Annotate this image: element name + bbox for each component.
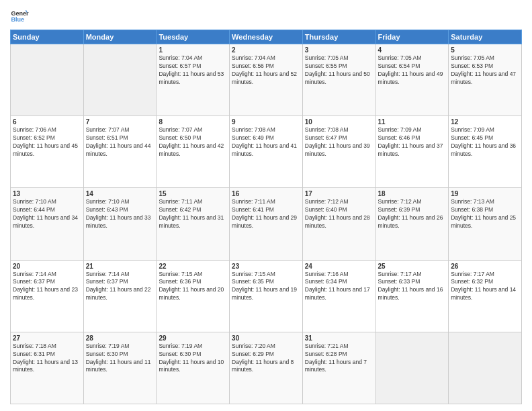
calendar-cell: 20Sunrise: 7:14 AMSunset: 6:37 PMDayligh… — [11, 260, 84, 332]
day-info: Sunrise: 7:05 AMSunset: 6:53 PMDaylight:… — [451, 54, 519, 87]
calendar-cell: 11Sunrise: 7:09 AMSunset: 6:46 PMDayligh… — [375, 116, 449, 188]
day-info: Sunrise: 7:08 AMSunset: 6:49 PMDaylight:… — [232, 126, 300, 158]
calendar-week-row: 13Sunrise: 7:10 AMSunset: 6:44 PMDayligh… — [11, 188, 522, 260]
svg-text:Blue: Blue — [11, 16, 24, 23]
calendar-cell: 12Sunrise: 7:09 AMSunset: 6:45 PMDayligh… — [449, 116, 522, 188]
day-info: Sunrise: 7:19 AMSunset: 6:30 PMDaylight:… — [159, 342, 227, 375]
weekday-header: Friday — [375, 30, 449, 44]
calendar-header-row: SundayMondayTuesdayWednesdayThursdayFrid… — [11, 30, 522, 44]
day-number: 12 — [451, 118, 519, 126]
day-info: Sunrise: 7:19 AMSunset: 6:30 PMDaylight:… — [86, 342, 154, 375]
calendar-week-row: 6Sunrise: 7:06 AMSunset: 6:52 PMDaylight… — [11, 116, 522, 188]
day-number: 22 — [159, 263, 227, 270]
calendar-table: SundayMondayTuesdayWednesdayThursdayFrid… — [10, 30, 522, 404]
day-number: 17 — [305, 190, 373, 197]
logo-icon: General Blue — [10, 7, 29, 26]
day-info: Sunrise: 7:18 AMSunset: 6:31 PMDaylight:… — [13, 342, 81, 375]
day-info: Sunrise: 7:16 AMSunset: 6:34 PMDaylight:… — [305, 271, 373, 303]
day-number: 19 — [451, 190, 519, 197]
day-info: Sunrise: 7:05 AMSunset: 6:55 PMDaylight:… — [305, 54, 373, 87]
day-number: 26 — [451, 263, 519, 270]
day-number: 28 — [86, 334, 154, 342]
calendar-cell: 17Sunrise: 7:12 AMSunset: 6:40 PMDayligh… — [302, 188, 375, 260]
day-info: Sunrise: 7:20 AMSunset: 6:29 PMDaylight:… — [232, 342, 300, 375]
weekday-header: Tuesday — [157, 30, 230, 44]
page: General Blue SundayMondayTuesdayWednesda… — [0, 0, 532, 411]
day-number: 13 — [13, 190, 81, 197]
day-number: 6 — [13, 118, 81, 126]
day-info: Sunrise: 7:17 AMSunset: 6:33 PMDaylight:… — [378, 271, 447, 303]
calendar-week-row: 27Sunrise: 7:18 AMSunset: 6:31 PMDayligh… — [11, 332, 522, 404]
calendar-cell: 31Sunrise: 7:21 AMSunset: 6:28 PMDayligh… — [302, 332, 375, 404]
calendar-cell: 1Sunrise: 7:04 AMSunset: 6:57 PMDaylight… — [157, 44, 230, 116]
weekday-header: Saturday — [449, 30, 522, 44]
day-number: 20 — [13, 263, 81, 270]
calendar-week-row: 20Sunrise: 7:14 AMSunset: 6:37 PMDayligh… — [11, 260, 522, 332]
calendar-cell — [375, 332, 449, 404]
calendar-cell: 30Sunrise: 7:20 AMSunset: 6:29 PMDayligh… — [230, 332, 303, 404]
day-info: Sunrise: 7:07 AMSunset: 6:50 PMDaylight:… — [159, 126, 227, 158]
day-info: Sunrise: 7:05 AMSunset: 6:54 PMDaylight:… — [378, 54, 447, 87]
day-info: Sunrise: 7:14 AMSunset: 6:37 PMDaylight:… — [86, 271, 154, 303]
calendar-cell: 18Sunrise: 7:12 AMSunset: 6:39 PMDayligh… — [375, 188, 449, 260]
day-number: 10 — [305, 118, 373, 126]
weekday-header: Wednesday — [230, 30, 303, 44]
calendar-cell: 8Sunrise: 7:07 AMSunset: 6:50 PMDaylight… — [157, 116, 230, 188]
header: General Blue — [10, 7, 522, 26]
day-number: 4 — [378, 46, 447, 54]
calendar-cell: 5Sunrise: 7:05 AMSunset: 6:53 PMDaylight… — [449, 44, 522, 116]
day-number: 8 — [159, 118, 227, 126]
calendar-cell: 21Sunrise: 7:14 AMSunset: 6:37 PMDayligh… — [83, 260, 157, 332]
day-info: Sunrise: 7:08 AMSunset: 6:47 PMDaylight:… — [305, 126, 373, 158]
day-info: Sunrise: 7:14 AMSunset: 6:37 PMDaylight:… — [13, 271, 81, 303]
calendar-cell: 28Sunrise: 7:19 AMSunset: 6:30 PMDayligh… — [83, 332, 157, 404]
day-info: Sunrise: 7:09 AMSunset: 6:46 PMDaylight:… — [378, 126, 447, 158]
day-number: 2 — [232, 46, 300, 54]
calendar-cell: 29Sunrise: 7:19 AMSunset: 6:30 PMDayligh… — [157, 332, 230, 404]
calendar-cell: 24Sunrise: 7:16 AMSunset: 6:34 PMDayligh… — [302, 260, 375, 332]
day-number: 21 — [86, 263, 154, 270]
day-info: Sunrise: 7:04 AMSunset: 6:57 PMDaylight:… — [159, 54, 227, 87]
calendar-cell: 15Sunrise: 7:11 AMSunset: 6:42 PMDayligh… — [157, 188, 230, 260]
day-number: 14 — [86, 190, 154, 197]
calendar-week-row: 1Sunrise: 7:04 AMSunset: 6:57 PMDaylight… — [11, 44, 522, 116]
day-info: Sunrise: 7:10 AMSunset: 6:44 PMDaylight:… — [13, 198, 81, 230]
weekday-header: Sunday — [11, 30, 84, 44]
day-number: 30 — [232, 334, 300, 342]
day-info: Sunrise: 7:21 AMSunset: 6:28 PMDaylight:… — [305, 342, 373, 375]
day-number: 16 — [232, 190, 300, 197]
calendar-cell: 9Sunrise: 7:08 AMSunset: 6:49 PMDaylight… — [230, 116, 303, 188]
day-number: 11 — [378, 118, 447, 126]
day-info: Sunrise: 7:15 AMSunset: 6:35 PMDaylight:… — [232, 271, 300, 303]
day-number: 27 — [13, 334, 81, 342]
calendar-cell: 4Sunrise: 7:05 AMSunset: 6:54 PMDaylight… — [375, 44, 449, 116]
calendar-cell: 7Sunrise: 7:07 AMSunset: 6:51 PMDaylight… — [83, 116, 157, 188]
day-info: Sunrise: 7:04 AMSunset: 6:56 PMDaylight:… — [232, 54, 300, 87]
calendar-cell — [83, 44, 157, 116]
calendar-cell: 22Sunrise: 7:15 AMSunset: 6:36 PMDayligh… — [157, 260, 230, 332]
day-number: 18 — [378, 190, 447, 197]
calendar-cell: 2Sunrise: 7:04 AMSunset: 6:56 PMDaylight… — [230, 44, 303, 116]
day-info: Sunrise: 7:10 AMSunset: 6:43 PMDaylight:… — [86, 198, 154, 230]
day-number: 3 — [305, 46, 373, 54]
day-number: 29 — [159, 334, 227, 342]
day-info: Sunrise: 7:15 AMSunset: 6:36 PMDaylight:… — [159, 271, 227, 303]
weekday-header: Thursday — [302, 30, 375, 44]
day-info: Sunrise: 7:17 AMSunset: 6:32 PMDaylight:… — [451, 271, 519, 303]
calendar-cell: 25Sunrise: 7:17 AMSunset: 6:33 PMDayligh… — [375, 260, 449, 332]
calendar-cell: 19Sunrise: 7:13 AMSunset: 6:38 PMDayligh… — [449, 188, 522, 260]
day-number: 15 — [159, 190, 227, 197]
calendar-cell: 6Sunrise: 7:06 AMSunset: 6:52 PMDaylight… — [11, 116, 84, 188]
calendar-cell: 26Sunrise: 7:17 AMSunset: 6:32 PMDayligh… — [449, 260, 522, 332]
day-number: 9 — [232, 118, 300, 126]
day-info: Sunrise: 7:13 AMSunset: 6:38 PMDaylight:… — [451, 198, 519, 230]
logo: General Blue — [10, 7, 29, 26]
day-info: Sunrise: 7:11 AMSunset: 6:42 PMDaylight:… — [159, 198, 227, 230]
calendar-cell — [11, 44, 84, 116]
day-number: 1 — [159, 46, 227, 54]
calendar-cell — [449, 332, 522, 404]
calendar-cell: 10Sunrise: 7:08 AMSunset: 6:47 PMDayligh… — [302, 116, 375, 188]
day-info: Sunrise: 7:11 AMSunset: 6:41 PMDaylight:… — [232, 198, 300, 230]
day-number: 31 — [305, 334, 373, 342]
weekday-header: Monday — [83, 30, 157, 44]
